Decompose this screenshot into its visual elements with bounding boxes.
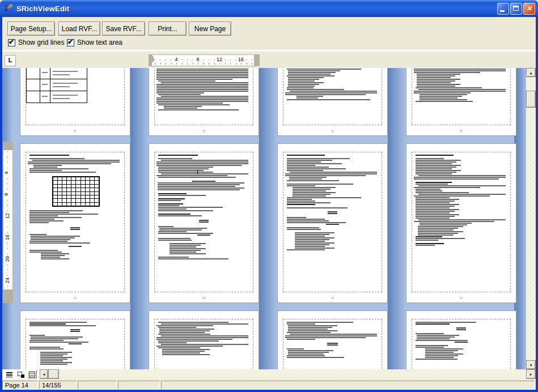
show-grid-lines-checkbox-box[interactable]: ✔ [8, 39, 15, 46]
status-panel [118, 381, 160, 389]
page-thumbnail[interactable]: 14 [149, 143, 259, 303]
v-ruler-number: 8 [3, 193, 9, 195]
v-ruler-tick: · [7, 186, 9, 192]
page-content [285, 68, 380, 124]
save-rvf-button[interactable]: Save RVF... [102, 22, 145, 36]
page-thumbnail[interactable]: 16 [406, 143, 516, 303]
horizontal-scrollbar-thumb[interactable] [48, 369, 59, 379]
page-view-button[interactable] [27, 370, 37, 378]
scroll-up-button[interactable]: ▴ [526, 68, 536, 77]
v-ruler-number: 4 [3, 171, 9, 174]
scroll-right-button[interactable]: ▸ [526, 369, 536, 379]
h-ruler-tick: · [230, 57, 231, 62]
text-area-border [412, 152, 511, 292]
text-area-border [412, 68, 511, 125]
close-button[interactable]: ✕ [523, 3, 535, 15]
h-ruler-subtick [230, 63, 231, 65]
v-ruler-tick: · [7, 202, 9, 208]
v-ruler-tick: · [7, 159, 9, 165]
workspace-gap [130, 68, 149, 369]
horizontal-scrollbar-track[interactable] [40, 369, 536, 379]
text-area-border [26, 319, 125, 369]
page-thumbnail[interactable]: 9 [20, 68, 130, 136]
new-page-button[interactable]: New Page [189, 22, 231, 36]
page-thumbnail[interactable]: 12 [406, 68, 516, 136]
v-ruler-tick: · [7, 165, 9, 171]
horizontal-scrollbar[interactable]: ◂ ▸ [2, 369, 536, 379]
h-ruler-tick: · [202, 57, 204, 62]
page-thumbnail[interactable]: 17 [20, 310, 130, 369]
list-view-button[interactable] [5, 370, 14, 378]
page-number: 11 [278, 130, 387, 133]
minimize-icon [500, 10, 505, 12]
h-ruler-tick: · [208, 57, 210, 62]
scroll-left-button[interactable]: ◂ [40, 369, 48, 379]
horizontal-ruler: ····4···8···12···16·· [149, 54, 260, 66]
page-content [414, 321, 509, 369]
page-thumbnail[interactable]: 13 [20, 143, 130, 303]
wordsearch-grid [52, 176, 100, 207]
h-ruler-tick: · [170, 57, 172, 62]
v-ruler-tick: · [7, 224, 9, 229]
v-ruler-tick: · [7, 219, 9, 224]
page-thumbnail[interactable]: 20 [406, 310, 516, 369]
show-text-area-checkbox[interactable]: ✔Show text area [67, 39, 122, 46]
title-bar[interactable]: 7✎ SRichViewEdit ✕ [0, 0, 538, 17]
page-thumbnail[interactable]: 18 [149, 310, 259, 369]
h-ruler-subtick [171, 63, 172, 65]
table-fragment [26, 68, 87, 103]
h-ruler-subtick [209, 63, 209, 65]
view-mode-toolbar [2, 369, 40, 379]
page-thumbnail[interactable]: 19 [277, 310, 388, 369]
h-ruler-tick: · [159, 57, 161, 62]
v-ruler-number: 16 [5, 235, 10, 240]
text-area-border [154, 68, 253, 125]
page-content [285, 154, 380, 291]
draft-view-icon [20, 374, 25, 378]
tab-selector-button[interactable]: L [5, 55, 16, 66]
h-ruler-number: 12 [217, 57, 222, 62]
v-ruler-tick: · [7, 288, 9, 294]
main-toolbar: Page Setup...Load RVF...Save RVF...Print… [2, 19, 536, 37]
h-ruler-number: 4 [175, 57, 177, 62]
vertical-scrollbar[interactable]: ▴ ▾ [526, 68, 536, 369]
load-rvf-button[interactable]: Load RVF... [58, 22, 100, 36]
show-text-area-label: Show text area [77, 39, 122, 46]
maximize-button[interactable] [510, 3, 522, 15]
right-indent-marker[interactable] [247, 62, 252, 66]
show-text-area-checkbox-box[interactable]: ✔ [67, 39, 74, 46]
vertical-scrollbar-track[interactable] [526, 68, 536, 369]
v-ruler-tick: · [7, 176, 9, 181]
window-title: SRichViewEdit [16, 5, 69, 13]
h-ruler-subtick [182, 63, 183, 65]
h-ruler-subtick [247, 63, 247, 65]
page-view-icon [29, 372, 35, 377]
page-setup-button[interactable]: Page Setup... [7, 22, 55, 36]
print-button[interactable]: Print... [149, 22, 187, 36]
v-ruler-tick: · [7, 267, 9, 272]
page-workspace[interactable]: 91011121314151617181920 [2, 68, 526, 369]
show-grid-lines-checkbox[interactable]: ✔Show grid lines [8, 39, 64, 46]
window-controls: ✕ [497, 3, 535, 15]
scroll-down-button[interactable]: ▾ [526, 360, 536, 369]
page-thumbnail[interactable]: 11 [277, 68, 388, 136]
status-panel [78, 381, 117, 389]
page-content [156, 68, 251, 124]
h-ruler-subtick [187, 63, 188, 65]
show-grid-lines-label: Show grid lines [18, 39, 64, 46]
page-thumbnail[interactable]: 10 [149, 68, 259, 136]
draft-view-button[interactable] [16, 370, 26, 378]
page-content [285, 321, 380, 369]
v-ruler-tick: · [7, 154, 9, 160]
srichviewedit-window: { "window": { "title": "SRichViewEdit", … [0, 0, 538, 392]
v-ruler-tick: · [7, 197, 9, 203]
v-ruler-tick: · [7, 240, 9, 246]
h-ruler-tick: · [181, 57, 183, 62]
vertical-scrollbar-thumb[interactable] [526, 91, 536, 108]
vertical-ruler: ····4···8···12···16···20···24·· [3, 142, 13, 303]
h-ruler-tick: · [154, 57, 156, 62]
page-content [414, 154, 509, 291]
page-thumbnail[interactable]: 15 [277, 143, 388, 303]
minimize-button[interactable] [497, 3, 509, 15]
h-ruler-tick: · [245, 57, 247, 62]
